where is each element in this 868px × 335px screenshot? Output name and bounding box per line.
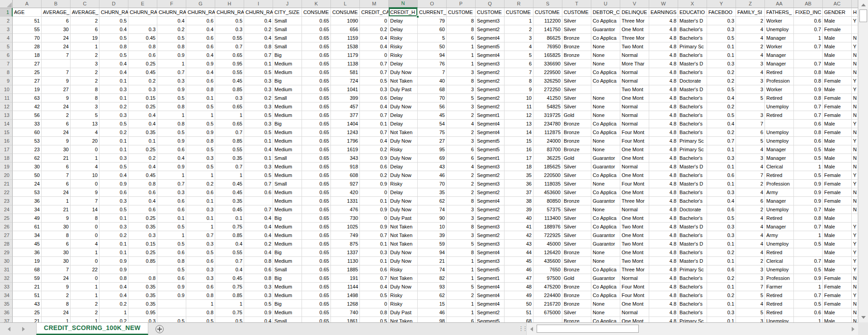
- cell[interactable]: CHURN_RA: [128, 8, 157, 17]
- cell[interactable]: Female: [823, 300, 852, 308]
- column-header-R[interactable]: R: [505, 0, 533, 8]
- cell[interactable]: Big: [273, 274, 302, 283]
- cell[interactable]: 0.6: [794, 120, 823, 128]
- cell[interactable]: 7: [736, 171, 765, 180]
- cell[interactable]: 95: [418, 145, 447, 154]
- cell[interactable]: 1538: [331, 42, 360, 51]
- cell[interactable]: Male: [823, 317, 852, 322]
- cell[interactable]: 19: [71, 34, 99, 42]
- cell[interactable]: 54: [418, 120, 447, 128]
- column-header-A[interactable]: A: [13, 0, 42, 8]
- cell[interactable]: 4.8: [649, 137, 678, 145]
- cell[interactable]: Normal: [620, 102, 649, 111]
- cell[interactable]: 0.8: [244, 42, 273, 51]
- column-header-F[interactable]: F: [157, 0, 186, 8]
- row-header-11[interactable]: 11: [0, 94, 13, 102]
- cell[interactable]: Silver: [562, 17, 591, 25]
- cell[interactable]: 0.65: [302, 85, 331, 94]
- cell[interactable]: Duly Now: [389, 171, 418, 180]
- cell[interactable]: 0.5: [794, 265, 823, 274]
- cell[interactable]: 0.7: [215, 163, 244, 171]
- cell[interactable]: Segment5: [476, 265, 505, 274]
- cell[interactable]: 0.7: [157, 68, 186, 77]
- cell[interactable]: Three Mor: [620, 17, 649, 25]
- cell[interactable]: 0.9: [99, 257, 128, 265]
- cell[interactable]: None: [591, 180, 620, 188]
- cell[interactable]: 5: [418, 34, 447, 42]
- cell[interactable]: 0.6: [128, 188, 157, 197]
- cell[interactable]: 6: [505, 60, 533, 68]
- cell[interactable]: Bachelor's: [678, 214, 707, 223]
- cell[interactable]: EDUCATIO: [678, 8, 707, 17]
- cell[interactable]: Two Mont: [620, 257, 649, 265]
- cell[interactable]: 4.8: [649, 223, 678, 231]
- cell[interactable]: 1: [42, 317, 71, 322]
- cell[interactable]: Co Applica: [591, 214, 620, 223]
- cell[interactable]: Medium: [273, 60, 302, 68]
- cell[interactable]: Duly Past: [389, 85, 418, 94]
- cell[interactable]: 0.4: [99, 68, 128, 77]
- cell[interactable]: Male: [823, 51, 852, 60]
- cell[interactable]: Bachelor's: [678, 308, 707, 317]
- row-header-29[interactable]: 29: [0, 248, 13, 257]
- cell[interactable]: 0.65: [302, 102, 331, 111]
- cell[interactable]: 0.3: [99, 223, 128, 231]
- cell[interactable]: N: [852, 128, 858, 137]
- cell[interactable]: 48: [505, 283, 533, 291]
- cell[interactable]: 4: [447, 163, 476, 171]
- cell[interactable]: Segment3: [476, 85, 505, 94]
- column-header-S[interactable]: S: [533, 0, 562, 8]
- cell[interactable]: 0.1: [244, 154, 273, 163]
- cell[interactable]: None: [591, 42, 620, 51]
- cell[interactable]: 82: [418, 274, 447, 283]
- cell[interactable]: 94: [418, 51, 447, 60]
- cell[interactable]: 0.2: [157, 25, 186, 34]
- cell[interactable]: 0.8: [794, 214, 823, 223]
- cell[interactable]: Silver: [562, 94, 591, 102]
- cell[interactable]: 927: [331, 180, 360, 188]
- cell[interactable]: None: [591, 51, 620, 60]
- cell[interactable]: 2: [505, 25, 533, 34]
- cell[interactable]: 3: [736, 265, 765, 274]
- cell[interactable]: 0.5: [244, 128, 273, 137]
- cell[interactable]: 7: [505, 68, 533, 77]
- cell[interactable]: Male: [823, 214, 852, 223]
- cell[interactable]: 0.7: [215, 257, 244, 265]
- cell[interactable]: 21: [42, 205, 71, 214]
- cell[interactable]: 0.4: [244, 214, 273, 223]
- cell[interactable]: Retired: [765, 291, 794, 300]
- cell[interactable]: Y: [852, 42, 858, 51]
- cell[interactable]: 62: [418, 197, 447, 205]
- cell[interactable]: N: [852, 68, 858, 77]
- cell[interactable]: 0.4: [128, 197, 157, 205]
- cell[interactable]: 0.4: [186, 68, 215, 77]
- cell[interactable]: Delay: [389, 17, 418, 25]
- cell[interactable]: Segment4: [476, 34, 505, 42]
- cell[interactable]: Male: [823, 145, 852, 154]
- cell[interactable]: 2: [71, 68, 99, 77]
- cell[interactable]: N: [852, 111, 858, 120]
- cell[interactable]: 0.3: [244, 291, 273, 300]
- cell[interactable]: 608: [331, 171, 360, 180]
- cell[interactable]: Primary Sc: [678, 42, 707, 51]
- cell[interactable]: Y: [852, 77, 858, 85]
- cell[interactable]: 0.75: [215, 308, 244, 317]
- cell[interactable]: 98: [418, 317, 447, 322]
- row-header-30[interactable]: 30: [0, 257, 13, 265]
- cell[interactable]: 4: [71, 240, 99, 248]
- cell[interactable]: 0.4: [157, 154, 186, 163]
- cell[interactable]: Bachelor's: [678, 102, 707, 111]
- cell[interactable]: Male: [823, 68, 852, 77]
- cell[interactable]: Silver: [562, 102, 591, 111]
- cell[interactable]: 9: [42, 214, 71, 223]
- cell[interactable]: 4.8: [649, 300, 678, 308]
- cell[interactable]: 0.6: [794, 17, 823, 25]
- cell[interactable]: 0.6: [186, 188, 215, 197]
- sheet-tab-active[interactable]: CREDIT_SCORING_100K_NEW: [36, 323, 148, 335]
- cell[interactable]: 4.8: [649, 283, 678, 291]
- cell[interactable]: Male: [823, 17, 852, 25]
- cell[interactable]: Segment4: [476, 51, 505, 60]
- cell[interactable]: Bronze: [562, 42, 591, 51]
- cell[interactable]: Normal: [620, 51, 649, 60]
- cell[interactable]: Two Mont: [620, 240, 649, 248]
